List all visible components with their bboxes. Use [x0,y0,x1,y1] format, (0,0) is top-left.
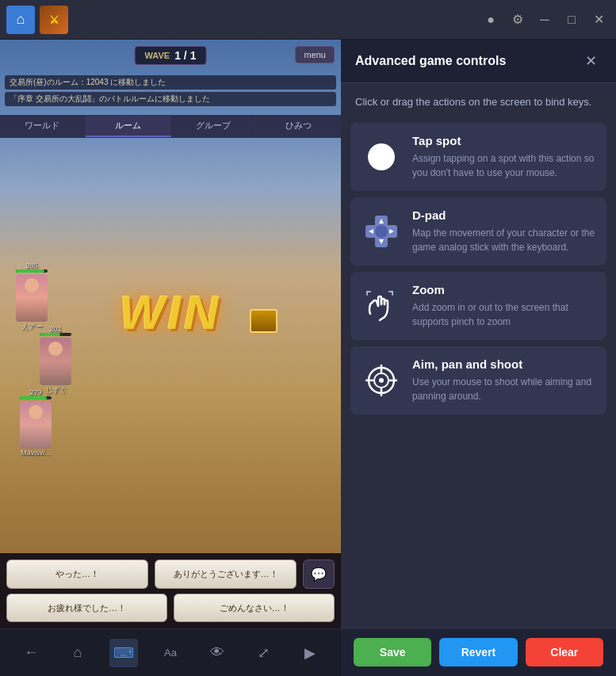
back-button[interactable]: ← [17,639,45,667]
tap-spot-desc: Assign tapping on a spot with this actio… [412,151,595,180]
panel-footer: Save Revert Clear [341,628,616,676]
char-sprite-3 [20,401,52,449]
zoom-icon-wrap [362,286,401,326]
dpad-desc: Map the movement of your character or th… [412,226,595,254]
eye-button[interactable]: 👁 [203,639,231,667]
minimize-button[interactable]: ─ [534,9,556,31]
revert-button[interactable]: Revert [439,638,517,666]
aim-icon [364,363,399,398]
wave-bar: WAVE 1 / 1 [135,46,207,65]
aim-name: Aim, pan and shoot [412,357,595,371]
control-dpad[interactable]: D-pad Map the movement of your character… [350,197,606,265]
game-btn-1[interactable]: やった…！ [6,560,148,588]
treasure-chest [250,309,277,333]
character-3: 279 Mavisvi... [16,388,55,456]
svg-point-2 [375,225,388,238]
panel-header: Advanced game controls ✕ [341,40,616,83]
character-2: 201 じずぐ [36,325,75,395]
control-zoom[interactable]: Zoom Add zoom in or out to the screen th… [350,272,606,340]
chat-icon: 💬 [311,567,327,582]
tab-world[interactable]: ワールド [0,116,86,137]
tap-spot-icon [368,143,395,170]
tap-spot-info: Tap spot Assign tapping on a spot with t… [412,134,595,180]
svg-point-9 [379,378,384,383]
expand-button[interactable]: ⤢ [249,639,277,667]
home-icon[interactable]: ⌂ [6,6,35,34]
wave-nums: 1 / 1 [174,49,196,62]
hp-bar-1 [16,269,48,273]
game-btn-4[interactable]: ごめんなさい…！ [174,594,335,622]
menu-button[interactable]: menu [295,46,335,63]
settings-button[interactable]: ⚙ [507,9,529,31]
dpad-info: D-pad Map the movement of your character… [412,208,595,254]
game-tabs: ワールド ルーム グループ ひみつ [0,115,341,138]
zoom-icon [364,288,399,323]
dpad-icon-wrap [362,212,401,251]
button-row-1: やった…！ ありがとうございます…！ 💬 [6,560,335,588]
tab-group[interactable]: グループ [171,116,257,137]
aim-desc: Use your mouse to shoot while aiming and… [412,375,595,403]
system-bar: ← ⌂ ⌨ Aa 👁 ⤢ ▶ [0,628,341,676]
zoom-name: Zoom [412,283,595,296]
main-content: WAVE 1 / 1 menu 交易所(昼)のルーム：12043 に移動しました… [0,40,616,676]
control-tap-spot[interactable]: Tap spot Assign tapping on a spot with t… [350,123,606,191]
keyboard-button[interactable]: ⌨ [109,639,138,667]
aim-info: Aim, pan and shoot Use your mouse to sho… [412,357,595,403]
game-screen: WAVE 1 / 1 menu 交易所(昼)のルーム：12043 に移動しました… [0,40,341,628]
aim-icon-wrap [362,361,401,400]
chat-message-2: 「序章 交易所の大乱鬪」のバトルルームに移動しました [5,92,336,106]
close-button[interactable]: ✕ [587,9,610,31]
top-bar: ⌂ ⚔ ● ⚙ ─ □ ✕ [0,0,616,40]
right-panel: Advanced game controls ✕ Click or drag t… [341,40,616,676]
char-sprite-2 [40,338,71,385]
control-aim[interactable]: Aim, pan and shoot Use your mouse to sho… [350,346,606,414]
abc-button[interactable]: Aa [156,639,185,667]
record-button[interactable]: ● [480,9,502,31]
hp-bar-2 [40,333,71,336]
chat-messages: 交易所(昼)のルーム：12043 に移動しました 「序章 交易所の大乱鬪」のバト… [5,75,336,109]
panel-title: Advanced game controls [355,54,506,68]
home-sys-button[interactable]: ⌂ [63,639,92,667]
controls-list: Tap spot Assign tapping on a spot with t… [341,118,616,628]
win-text: WIN [120,285,222,340]
dpad-name: D-pad [412,208,595,222]
nav-button[interactable]: ▶ [296,639,324,667]
game-btn-3[interactable]: お疲れ様でした…！ [6,594,167,622]
char-sprite-1 [16,274,48,322]
game-bottom-buttons: やった…！ ありがとうございます…！ 💬 お疲れ様でした…！ ごめんなさい…！ [0,553,341,628]
dpad-icon [364,214,399,249]
game-btn-2[interactable]: ありがとうございます…！ [155,560,297,588]
wave-label: WAVE [145,51,170,60]
character-1: 285 えアー [12,262,52,332]
tap-spot-icon-wrap [362,137,401,177]
tab-secret[interactable]: ひみつ [256,116,341,137]
restore-button[interactable]: □ [561,9,583,31]
tab-room[interactable]: ルーム [86,116,171,137]
chat-message-1: 交易所(昼)のルーム：12043 に移動しました [5,75,336,90]
chat-icon-button[interactable]: 💬 [303,560,335,588]
game-icon[interactable]: ⚔ [40,6,68,34]
button-row-2: お疲れ様でした…！ ごめんなさい…！ [6,594,335,622]
game-panel: WAVE 1 / 1 menu 交易所(昼)のルーム：12043 に移動しました… [0,40,341,676]
panel-close-button[interactable]: ✕ [580,51,602,71]
clear-button[interactable]: Clear [526,638,603,666]
panel-description: Click or drag the actions on the screen … [341,83,616,118]
tap-spot-name: Tap spot [412,134,595,147]
zoom-info: Zoom Add zoom in or out to the screen th… [412,283,595,329]
save-button[interactable]: Save [354,638,431,666]
hp-bar-3 [20,396,52,399]
zoom-desc: Add zoom in or out to the screen that su… [412,300,595,329]
